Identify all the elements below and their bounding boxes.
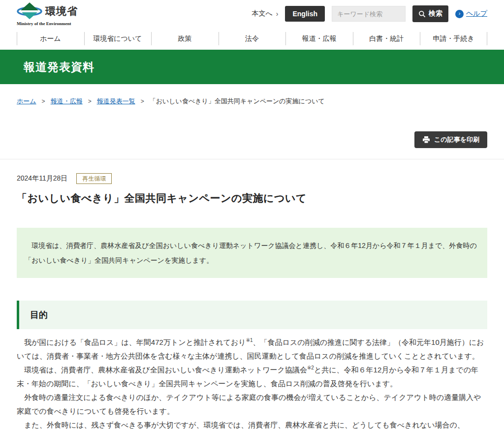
search-button[interactable]: 検索 [412, 5, 448, 22]
search-icon [418, 10, 426, 18]
logo-title: 環境省 [45, 4, 78, 18]
print-article-button[interactable]: この記事を印刷 [414, 131, 487, 148]
section-heading-label: 目的 [30, 309, 476, 321]
breadcrumb-separator: > [141, 98, 144, 105]
breadcrumb-press[interactable]: 報道・広報 [51, 97, 83, 106]
article-body: 我が国における「食品ロス」は、年間472万トンと推計されており※1、「食品ロスの… [17, 336, 487, 429]
breadcrumb-separator: > [42, 98, 45, 105]
article-divider [0, 159, 504, 159]
breadcrumb-separator: > [88, 98, 92, 105]
site-header: 環境省 Ministry of the Environment 本文へ › En… [0, 0, 504, 28]
printer-icon [422, 136, 430, 144]
page-title: 報道発表資料 [17, 60, 487, 75]
nav-item-whitepaper[interactable]: 白書・統計 [353, 28, 420, 50]
moe-logo-mark-icon [17, 2, 42, 21]
skip-link-label: 本文へ [252, 9, 272, 18]
section-heading-purpose: 目的 [17, 301, 487, 329]
category-badge: 再生循環 [76, 173, 112, 184]
main-nav: ホーム 環境省について 政策 法令 報道・広報 白書・統計 申請・手続き [0, 28, 504, 50]
chevron-right-icon: › [276, 10, 279, 18]
article-date: 2024年11月28日 [17, 174, 67, 183]
search-input[interactable] [332, 6, 406, 22]
print-row: この記事を印刷 [0, 131, 504, 148]
article: 2024年11月28日 再生循環 「おいしい食べきり」全国共同キャンペーンの実施… [0, 173, 504, 429]
article-meta: 2024年11月28日 再生循環 [17, 173, 487, 184]
breadcrumb-press-list[interactable]: 報道発表一覧 [97, 97, 135, 106]
print-button-label: この記事を印刷 [434, 135, 479, 144]
article-paragraph: 環境省は、消費者庁、農林水産省及び全国おいしい食べきり運動ネットワーク協議会※2… [17, 363, 487, 391]
article-paragraph: また、外食時には、残さず食べきる事が大切ですが、環境省では、消費者庁、農林水産省… [17, 418, 487, 429]
nav-item-laws[interactable]: 法令 [219, 28, 286, 50]
breadcrumb: ホーム > 報道・広報 > 報道発表一覧 > 「おいしい食べきり」全国共同キャン… [0, 97, 504, 106]
summary-text: 環境省は、消費者庁、農林水産省及び全国おいしい食べきり運動ネットワーク協議会と連… [25, 238, 479, 268]
english-button[interactable]: English [285, 6, 325, 22]
help-circle-icon: › [455, 10, 464, 18]
nav-item-policy[interactable]: 政策 [151, 28, 219, 50]
breadcrumb-home[interactable]: ホーム [17, 97, 36, 106]
article-paragraph: 外食時の適量注文による食べきりのほか、テイクアウト等による家庭の食事の機会が増え… [17, 391, 487, 418]
moe-logo[interactable]: 環境省 Ministry of the Environment [17, 2, 78, 26]
skip-to-content-link[interactable]: 本文へ › [252, 9, 278, 18]
nav-item-press[interactable]: 報道・広報 [285, 28, 353, 50]
footnote-ref: ※2 [307, 365, 314, 370]
search-button-label: 検索 [429, 9, 442, 18]
nav-item-about[interactable]: 環境省について [84, 28, 152, 50]
help-link-label: ヘルプ [466, 9, 487, 18]
help-link[interactable]: › ヘルプ [455, 9, 487, 18]
article-title: 「おいしい食べきり」全国共同キャンペーンの実施について [17, 191, 487, 205]
page-banner: 報道発表資料 [0, 50, 504, 84]
nav-item-home[interactable]: ホーム [17, 28, 84, 50]
logo-subtitle: Ministry of the Environment [17, 21, 78, 26]
nav-item-applications[interactable]: 申請・手続き [420, 28, 487, 50]
article-paragraph: 我が国における「食品ロス」は、年間472万トンと推計されており※1、「食品ロスの… [17, 336, 487, 363]
summary-box: 環境省は、消費者庁、農林水産省及び全国おいしい食べきり運動ネットワーク協議会と連… [17, 228, 487, 278]
breadcrumb-current: 「おいしい食べきり」全国共同キャンペーンの実施について [150, 97, 325, 106]
footnote-ref: ※1 [246, 337, 253, 343]
